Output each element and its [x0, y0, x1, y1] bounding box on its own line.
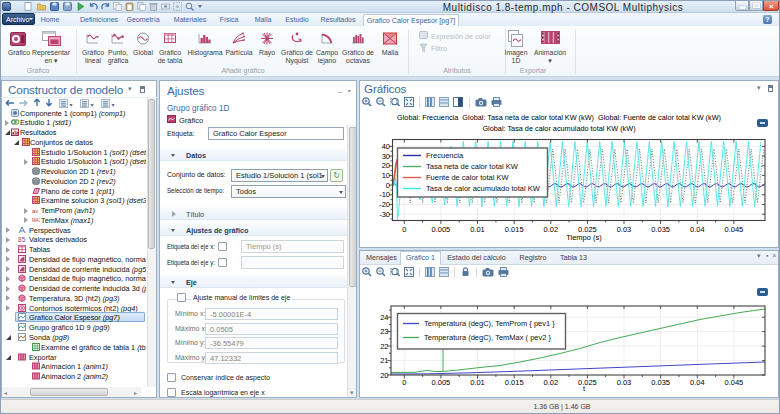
- svg-text:av: av: [32, 208, 38, 214]
- svg-text:MAX: MAX: [32, 218, 40, 223]
- svg-text:85: 85: [18, 236, 26, 243]
